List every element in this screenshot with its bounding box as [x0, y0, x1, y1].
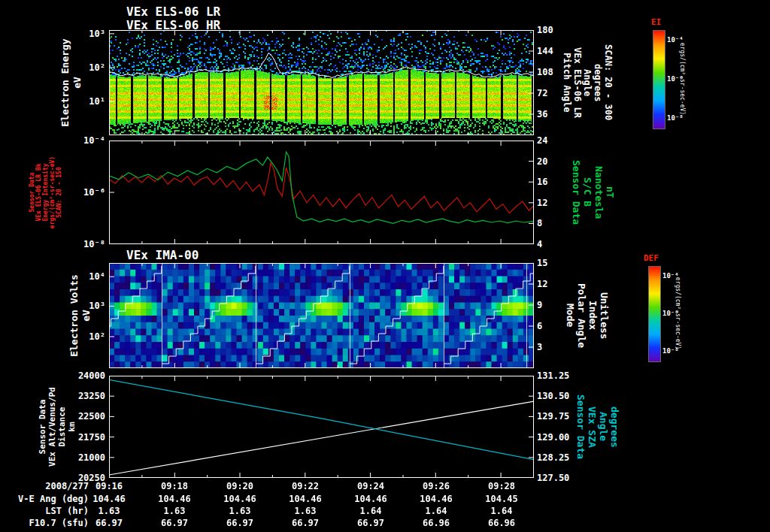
- table-value: 104.46: [158, 494, 190, 504]
- colorbar-def: [648, 266, 661, 362]
- panel3-left-ytick: 10³: [89, 301, 105, 311]
- panel4-left-ytick: 23250: [78, 391, 105, 401]
- panel1-left-ytick: 10²: [89, 62, 105, 73]
- panel2-left-ytick: 10⁻⁸: [83, 239, 105, 249]
- table-value: 1.64: [360, 506, 382, 516]
- table-value: 104.46: [354, 494, 387, 504]
- panel3-left-ytick: 10²: [89, 331, 105, 342]
- time-tick-label: 09:26: [423, 481, 450, 491]
- panel4-y-axis-label: Sensor Data VEx Alt/Venus/Pd Distance km: [38, 387, 77, 467]
- panel4-right-ytick: 131.25: [537, 370, 569, 381]
- panel3-right-ytick: 3: [537, 342, 542, 352]
- pan3-rlabel-line: Index: [587, 301, 598, 330]
- panel3-y-axis-label: Electron Volts eV: [68, 274, 92, 357]
- time-tick-label: 09:20: [226, 481, 253, 491]
- panel4-rlabel-line: VEx SZA: [586, 407, 597, 448]
- time-tick-label: 09:28: [488, 481, 515, 491]
- panel1-title-line1: VEx ELS-06 LR: [126, 5, 220, 19]
- panel3-rlabel-line: Polar Angle: [575, 283, 587, 348]
- panel4-ylabel-line: km: [67, 387, 77, 467]
- panel1-ylabel-line: Electron Energy: [59, 38, 71, 126]
- panel1-left-ytick: 10³: [89, 29, 105, 39]
- time-tick-label: 09:24: [357, 481, 384, 491]
- time-tick-label: 09:22: [292, 481, 319, 491]
- panel1-rlabel-line: SCAN: 20 - 300: [602, 44, 613, 120]
- colorbar-tick-label: 10⁻⁶: [662, 310, 679, 317]
- panel2-right-ytick: 16: [537, 177, 547, 187]
- panel4-left-ytick: 22500: [78, 411, 105, 422]
- panel4-left-ytick: 24000: [78, 370, 105, 381]
- colorbar-tick-label: 10⁻⁴: [667, 36, 684, 44]
- table-value: 104.45: [485, 494, 517, 504]
- vex-orbit-data-display: VEx ELS-06 LR VEx ELS-06 HR VEx IMA-00 E…: [0, 0, 770, 532]
- panel2-rlabel-line: S/C B: [581, 177, 593, 207]
- panel2-ylabel-line: Sensor Data: [29, 156, 35, 228]
- table-value: 1.63: [164, 506, 186, 516]
- table-value: 104.46: [289, 494, 321, 504]
- panel4-rlabel-line: degrees: [608, 407, 620, 448]
- panel3-right-ytick: 9: [537, 300, 542, 310]
- panel2-right-ytick: 20: [537, 156, 547, 167]
- table-value: 1.63: [229, 506, 251, 516]
- panel1-rlabel-line: Pitch Angle: [561, 53, 571, 112]
- panel1-rlabel-line: Angle: [582, 69, 593, 96]
- panel3-right-ytick: 6: [537, 321, 542, 331]
- table-value: 1.64: [426, 506, 447, 516]
- table-value: 104.46: [420, 494, 452, 504]
- panel4-right-ytick: 129.00: [537, 432, 569, 443]
- table-value: 66.97: [357, 518, 384, 528]
- table-row-label: V-E Ang (deg): [18, 494, 89, 504]
- electron-intensity-line: [109, 162, 534, 213]
- panel1-right-ytick: 180: [537, 25, 553, 35]
- panel3-right-axis-label: Mode Polar Angle Index Unitless: [564, 263, 609, 368]
- panel3-left-ytick: 10⁴: [89, 271, 105, 282]
- panel4-right-axis-label: Sensor Data VEx SZA Angle degrees: [574, 376, 620, 478]
- table-value: 104.46: [223, 494, 256, 504]
- panel2-ylabel-line: ergs/(cm²-sr-sec-eV): [49, 156, 56, 228]
- panel2-ylabel-line: VEx ELS-06 LR Bk: [35, 156, 42, 228]
- panel4-left-ytick: 21000: [78, 452, 105, 463]
- panel4-ylabel-line: VEx Alt/Venus/Pd: [47, 387, 57, 467]
- panel1-right-ytick: 72: [537, 88, 547, 98]
- colorbar-ei: [653, 30, 665, 129]
- panel3-ylabel-line: Electron Volts: [68, 274, 80, 357]
- colorbar-tick-label: 10⁻⁸: [667, 114, 684, 122]
- panel2-right-ytick: 4: [537, 239, 542, 249]
- colorbar-def-title: DEF: [644, 253, 659, 263]
- panel2-rlabel-line: nT: [604, 186, 615, 198]
- panel3-right-ytick: 15: [537, 258, 547, 268]
- panel1-left-ytick: 10¹: [89, 96, 105, 107]
- table-row-label: F10.7 (sfu): [29, 518, 89, 528]
- panel1-y-axis-label: Electron Energy eV: [59, 38, 83, 126]
- ima-spectrogram-canvas: [109, 263, 534, 368]
- table-value: 104.46: [92, 494, 125, 504]
- date-label: 2008/277: [45, 481, 89, 491]
- colorbar-tick-label: 10⁻⁶: [667, 75, 684, 83]
- panel2-right-ytick: 8: [537, 218, 542, 228]
- panel2-y-axis-label: Sensor Data VEx ELS-06 LR Bk Energy Inte…: [29, 156, 62, 228]
- panel2-right-axis-label: Sensor Data S/C B Nanotesla nT: [570, 141, 615, 244]
- panel2-rlabel-line: Nanotesla: [593, 166, 604, 219]
- panel4-rlabel-line: Sensor Data: [574, 394, 586, 459]
- time-tick-label: 09:18: [161, 481, 188, 491]
- table-value: 66.96: [423, 518, 450, 528]
- panel3-rlabel-line: Unitless: [598, 292, 609, 340]
- altitude-sza-plot: [109, 376, 534, 478]
- panel4-right-ytick: 128.25: [537, 452, 569, 463]
- panel4-right-ytick: 129.75: [537, 411, 569, 422]
- panel4-ylabel-line: Distance: [57, 387, 67, 467]
- panel2-left-ytick: 10⁻⁴: [83, 135, 105, 146]
- table-value: 66.97: [161, 518, 188, 528]
- table-row-label: LST (hr): [45, 506, 89, 516]
- table-value: 1.64: [491, 506, 513, 516]
- panel1-right-ytick: 108: [537, 67, 553, 77]
- panel1-right-axis-label: Pitch Angle VEx ELS-06 LR Angle degrees …: [561, 30, 613, 135]
- panel2-left-ytick: 10⁻⁶: [83, 187, 105, 198]
- panel4-right-ytick: 130.50: [537, 391, 569, 401]
- panel3-rlabel-line: Mode: [564, 304, 575, 327]
- panel1-ylabel-units: eV: [71, 38, 83, 126]
- table-value: 66.97: [226, 518, 253, 528]
- panel3-ylabel-units: eV: [80, 274, 92, 357]
- panel2-right-ytick: 24: [537, 135, 547, 146]
- table-value: 66.97: [292, 518, 319, 528]
